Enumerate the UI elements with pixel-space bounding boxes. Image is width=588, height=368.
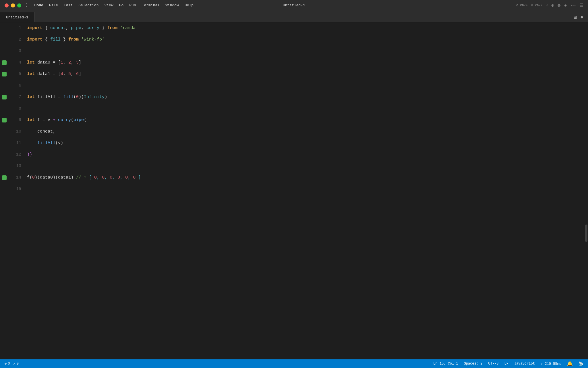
breakpoint-3[interactable] (0, 45, 9, 57)
breakpoint-1[interactable] (0, 22, 9, 34)
scrollbar-thumb[interactable] (585, 225, 587, 242)
close-button[interactable] (5, 3, 9, 7)
breakpoint-13[interactable] (0, 160, 9, 172)
line-number-4: 4 (9, 57, 26, 68)
token: concat (27, 129, 53, 134)
token: , (63, 60, 68, 65)
menu-edit[interactable]: Edit (64, 3, 73, 7)
token: 0 (117, 175, 120, 180)
code-editor[interactable]: 1import { concat, pipe, curry } from 'ra… (0, 22, 588, 359)
token: ] (79, 72, 81, 76)
line-content-7: let fillAll = fill(0)(Infinity) (26, 91, 588, 103)
line-content-13 (26, 160, 588, 172)
menu-run[interactable]: Run (129, 3, 136, 7)
minus-circle-icon[interactable]: ⊖ (558, 2, 561, 9)
breakpoint-11[interactable] (0, 137, 9, 149)
tab-list: Untitled-1 (0, 12, 34, 22)
token: curry (58, 118, 71, 122)
breakpoint-8[interactable] (0, 103, 9, 114)
menu-go[interactable]: Go (119, 3, 124, 7)
line-content-4: let data0 = [1, 2, 3] (26, 57, 588, 68)
line-number-2: 2 (9, 34, 26, 45)
breakpoint-7[interactable] (0, 91, 9, 103)
line-number-6: 6 (9, 80, 26, 91)
code-lines: 1import { concat, pipe, curry } from 'ra… (0, 22, 588, 195)
token: (v) (55, 141, 63, 145)
breakpoint-9[interactable] (0, 114, 9, 126)
line-content-14: f(0)(data0)(data1) // ? [ 0, 0, 0, 0, 0,… (26, 172, 588, 183)
token: curry (86, 26, 99, 30)
scrollbar-track[interactable] (584, 22, 588, 359)
error-icon: ⊗ (5, 362, 7, 366)
token: , (71, 72, 76, 76)
language-mode[interactable]: JavaScript (514, 362, 535, 366)
cursor-position[interactable]: Ln 15, Col 1 (433, 362, 458, 366)
maximize-button[interactable] (17, 3, 21, 7)
file-encoding[interactable]: UTF-8 (488, 362, 499, 366)
breakpoint-5[interactable] (0, 68, 9, 80)
menu-selection[interactable]: Selection (78, 3, 98, 7)
token: import (27, 26, 42, 30)
token: let (27, 72, 35, 76)
breakpoint-dot (2, 72, 7, 76)
indentation[interactable]: Spaces: 2 (464, 362, 483, 366)
menu-file[interactable]: File (49, 3, 58, 7)
statusbar: ⊗ 0 △ 0 Ln 15, Col 1 Spaces: 2 UTF-8 LF … (0, 359, 588, 368)
token: , (71, 60, 76, 65)
token: data0 = [ (35, 60, 61, 65)
menu-help[interactable]: Help (185, 3, 194, 7)
statusbar-left: ⊗ 0 △ 0 (5, 362, 19, 366)
error-count[interactable]: ⊗ 0 △ 0 (5, 362, 19, 366)
list-icon[interactable]: ☰ (579, 3, 583, 8)
token: , (66, 26, 71, 30)
apple-menu[interactable]:  (26, 3, 29, 8)
token: } (99, 26, 107, 30)
code-line-3: 3 (0, 45, 588, 57)
line-content-6 (26, 80, 588, 91)
breakpoint-4[interactable] (0, 57, 9, 68)
code-line-10: 10 concat, (0, 126, 588, 137)
line-content-12: )) (26, 149, 588, 160)
breakpoint-15[interactable] (0, 183, 9, 195)
statusbar-right: Ln 15, Col 1 Spaces: 2 UTF-8 LF JavaScri… (433, 361, 583, 367)
broadcast-icon[interactable]: 📡 (579, 361, 583, 366)
traffic-lights (5, 3, 21, 7)
warning-number: 0 (17, 362, 19, 366)
token: from (107, 26, 117, 30)
token: , (63, 72, 68, 76)
breakpoint-14[interactable] (0, 172, 9, 183)
minimize-button[interactable] (11, 3, 15, 7)
line-content-15 (26, 183, 588, 195)
menu-code[interactable]: Code (34, 3, 43, 7)
line-content-11: fillAll(v) (26, 137, 588, 149)
notification-icon[interactable]: 🔔 (567, 361, 573, 367)
token (79, 37, 81, 42)
line-number-11: 11 (9, 137, 26, 149)
more-icon[interactable]: ••• (570, 4, 576, 7)
line-ending[interactable]: LF (504, 362, 508, 366)
split-editor-icon[interactable]: ⊞ (574, 14, 577, 20)
breakpoint-2[interactable] (0, 34, 9, 45)
menu-terminal[interactable]: Terminal (142, 3, 160, 7)
tab-untitled-1[interactable]: Untitled-1 (0, 12, 34, 22)
breakpoint-6[interactable] (0, 80, 9, 91)
code-line-12: 12)) (0, 149, 588, 160)
line-number-9: 9 (9, 114, 26, 126)
token: ( (84, 118, 86, 122)
token: ) (105, 95, 107, 99)
token: pipe (74, 118, 84, 122)
breakpoint-10[interactable] (0, 126, 9, 137)
breakpoint-12[interactable] (0, 149, 9, 160)
line-content-2: import { fill } from 'wink-fp' (26, 34, 588, 45)
warning-icon: △ (13, 362, 15, 366)
code-line-15: 15 (0, 183, 588, 195)
token: , (97, 175, 102, 180)
code-line-6: 6 (0, 80, 588, 91)
token: , (112, 175, 117, 180)
titlebar-right-area: 0 KB/s 0 KB/s ⚡ ⊙ ⊖ ◈ ••• ☰ (516, 2, 583, 9)
menu-view[interactable]: View (104, 3, 113, 7)
token: )(data0)(data1) (35, 175, 76, 180)
menu-window[interactable]: Window (165, 3, 179, 7)
timing-badge: ✔ 210.55ms (541, 362, 561, 366)
code-line-8: 8 (0, 103, 588, 114)
